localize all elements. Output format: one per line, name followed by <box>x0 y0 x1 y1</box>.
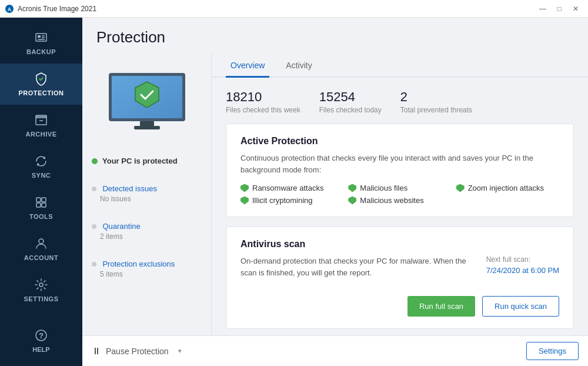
detected-issues-dot <box>92 187 96 191</box>
tab-overview[interactable]: Overview <box>226 54 269 78</box>
tools-icon <box>34 195 48 209</box>
feature-cryptomining-label: Illicit cryptomining <box>252 196 313 205</box>
help-icon: ? <box>34 328 48 342</box>
svg-rect-3 <box>38 35 41 38</box>
close-button[interactable]: ✕ <box>568 3 583 15</box>
svg-rect-2 <box>36 34 46 41</box>
maximize-button[interactable]: □ <box>552 3 567 15</box>
stat-files-week: 18210 Files checked this week <box>226 89 300 114</box>
sidebar-help-label: HELP <box>32 346 49 353</box>
active-protection-title: Active Protection <box>240 136 559 147</box>
svg-rect-12 <box>36 203 41 207</box>
tab-activity[interactable]: Activity <box>281 54 316 78</box>
detected-issues-link[interactable]: Detected issues <box>102 184 157 193</box>
tab-bar: Overview Activity <box>212 54 588 78</box>
stats-row: 18210 Files checked this week 15254 File… <box>212 78 588 124</box>
sidebar-item-help[interactable]: ? HELP <box>5 322 78 359</box>
svg-rect-22 <box>134 126 160 129</box>
next-scan-block: Next full scan: 7/24/2020 at 6:00 PM <box>486 255 559 275</box>
bottom-bar: ⏸ Pause Protection ▾ Settings <box>82 335 588 366</box>
active-protection-desc: Continuous protection that checks every … <box>240 152 559 175</box>
feature-zoom-injection: Zoom injection attacks <box>456 184 559 192</box>
window-controls: — □ ✕ <box>535 3 583 15</box>
page-title: Protection <box>96 28 574 46</box>
settings-icon <box>34 278 48 292</box>
antivirus-description: On-demand protection that checks your PC… <box>240 255 472 287</box>
antivirus-desc-text: On-demand protection that checks your PC… <box>240 255 472 278</box>
quarantine-dot <box>92 224 96 229</box>
stat-label-threats: Total prevented threats <box>400 106 472 114</box>
shield-icon-zoom <box>456 184 465 192</box>
feature-malicious-files-label: Malicious files <box>360 184 407 192</box>
stat-value-today: 15254 <box>319 89 382 105</box>
sidebar-label-sync: SYNC <box>32 172 51 179</box>
sidebar-label-account: ACCOUNT <box>24 254 59 261</box>
sidebar-footer: ? HELP <box>0 315 82 366</box>
backup-icon <box>34 31 48 45</box>
exclusions-dot <box>92 262 96 267</box>
svg-rect-10 <box>36 198 41 202</box>
next-scan-label: Next full scan: <box>486 255 559 264</box>
stat-label-week: Files checked this week <box>226 106 300 114</box>
svg-rect-13 <box>42 203 46 207</box>
run-quick-scan-button[interactable]: Run quick scan <box>482 296 559 317</box>
right-panel: Overview Activity 18210 Files checked th… <box>212 54 588 335</box>
sidebar-item-account[interactable]: ACCOUNT <box>0 228 82 269</box>
feature-websites-label: Malicious websites <box>360 196 423 205</box>
feature-malicious-files: Malicious files <box>348 184 451 192</box>
feature-cryptomining: Illicit cryptomining <box>240 196 343 205</box>
minimize-button[interactable]: — <box>535 3 550 15</box>
sidebar-label-settings: SETTINGS <box>24 295 58 302</box>
exclusions-link[interactable]: Protection exclusions <box>102 259 175 268</box>
shield-icon-cryptomining <box>240 197 249 205</box>
sidebar-label-archive: ARCHIVE <box>25 131 56 138</box>
sidebar-item-settings[interactable]: SETTINGS <box>0 269 82 311</box>
sidebar-label-protection: PROTECTION <box>18 89 64 97</box>
features-grid: Ransomware attacks Malicious files Zoom … <box>240 184 559 205</box>
account-icon <box>34 237 48 251</box>
exclusions-sub: 5 items <box>100 270 202 278</box>
sidebar-item-sync[interactable]: SYNC <box>0 146 82 187</box>
feature-ransomware: Ransomware attacks <box>240 184 343 192</box>
monitor-svg <box>106 70 188 138</box>
svg-rect-11 <box>42 198 46 202</box>
antivirus-scan-title: Antivirus scan <box>240 239 559 249</box>
scan-buttons: Run full scan Run quick scan <box>240 296 559 317</box>
shield-icon-malicious-files <box>348 184 356 192</box>
exclusions-item: Protection exclusions 5 items <box>92 258 202 278</box>
stat-threats: 2 Total prevented threats <box>400 89 472 114</box>
sidebar-item-backup[interactable]: BACKUP <box>0 22 82 64</box>
sidebar-item-protection[interactable]: PROTECTION <box>0 64 82 105</box>
sync-icon <box>34 154 48 168</box>
protection-icon <box>34 72 48 86</box>
quarantine-sub: 2 items <box>100 232 202 241</box>
feature-zoom-label: Zoom injection attacks <box>468 184 544 192</box>
pause-chevron: ▾ <box>178 347 182 355</box>
quarantine-link[interactable]: Quarantine <box>102 222 140 231</box>
status-label: Your PC is protected <box>102 157 178 165</box>
settings-button[interactable]: Settings <box>526 342 579 360</box>
status-dot <box>92 158 98 164</box>
app-icon: A <box>5 4 14 14</box>
svg-point-15 <box>39 283 43 287</box>
svg-point-14 <box>39 239 44 244</box>
stat-value-threats: 2 <box>400 89 472 105</box>
app-body: BACKUP PROTECTION <box>0 18 588 366</box>
detected-issues-item: Detected issues No issues <box>92 183 202 203</box>
content-area: Protection <box>82 18 588 366</box>
main-area: Your PC is protected Detected issues No … <box>82 54 588 335</box>
antivirus-scan-card: Antivirus scan On-demand protection that… <box>226 227 574 329</box>
feature-ransomware-label: Ransomware attacks <box>252 184 323 192</box>
sidebar-nav: BACKUP PROTECTION <box>0 18 82 315</box>
sidebar-item-tools[interactable]: TOOLS <box>0 187 82 228</box>
run-full-scan-button[interactable]: Run full scan <box>407 296 475 317</box>
pause-protection-button[interactable]: ⏸ Pause Protection ▾ <box>92 346 182 357</box>
feature-malicious-websites: Malicious websites <box>348 196 451 205</box>
stat-label-today: Files checked today <box>319 106 382 114</box>
sidebar-item-archive[interactable]: ARCHIVE <box>0 105 82 146</box>
svg-text:?: ? <box>39 331 44 340</box>
detected-issues-sub: No issues <box>100 195 202 203</box>
protection-status: Your PC is protected <box>92 157 202 165</box>
stat-value-week: 18210 <box>226 89 300 105</box>
antivirus-body: On-demand protection that checks your PC… <box>240 255 559 287</box>
